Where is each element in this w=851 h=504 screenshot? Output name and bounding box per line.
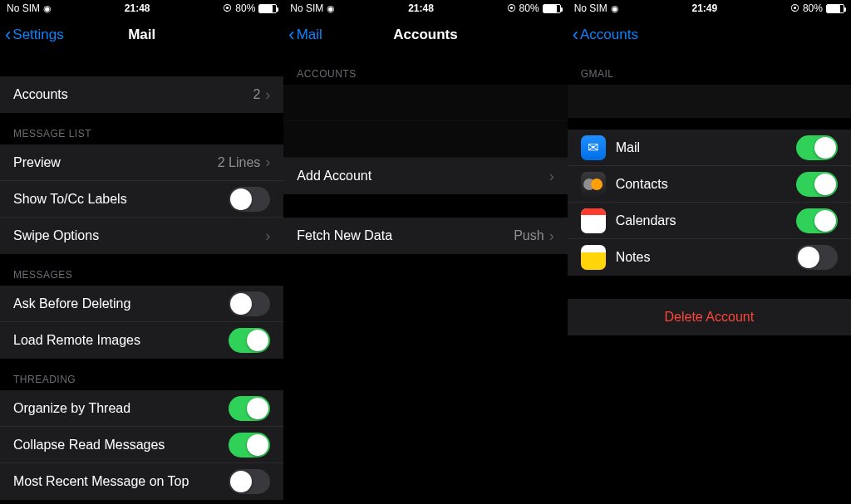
alarm-icon: ⦿ [223,3,232,13]
battery-percent: 80% [803,2,823,14]
row-label: Fetch New Data [297,228,514,243]
status-bar: No SIM ◉ 21:49 ⦿ 80% [568,0,851,17]
row-swipe-options[interactable]: Swipe Options › [0,218,283,254]
back-label: Settings [12,27,63,43]
section-header-accounts: ACCOUNTS [283,53,567,85]
page-title: Accounts [393,27,457,43]
toggle-calendars[interactable] [796,208,838,233]
screen-accounts: No SIM ◉ 21:48 ⦿ 80% ‹ Mail Accounts ACC… [283,0,567,504]
section-header-gmail: GMAIL [568,53,851,85]
row-notes-service[interactable]: Notes [568,239,851,276]
row-label: Most Recent Message on Top [13,474,229,489]
wifi-icon: ◉ [43,3,52,14]
row-load-remote-images[interactable]: Load Remote Images [0,322,283,359]
chevron-left-icon: ‹ [5,26,11,44]
row-preview[interactable]: Preview 2 Lines › [0,144,283,181]
delete-account-label: Delete Account [665,310,755,325]
row-value: Push [514,228,544,243]
alarm-icon: ⦿ [507,3,516,13]
row-label: Collapse Read Messages [13,438,229,453]
battery-icon [826,4,844,13]
row-label: Accounts [13,87,253,102]
row-value: 2 Lines [218,155,261,170]
screen-account-detail: No SIM ◉ 21:49 ⦿ 80% ‹ Accounts GMAIL ✉ … [568,0,851,504]
row-collapse-read[interactable]: Collapse Read Messages [0,427,283,463]
back-button[interactable]: ‹ Mail [288,26,322,44]
clock: 21:49 [691,2,717,14]
alarm-icon: ⦿ [790,3,799,13]
battery-icon [543,4,561,13]
row-label: Calendars [616,213,796,228]
toggle-ask-delete[interactable] [229,291,270,316]
row-label: Notes [616,250,796,265]
row-value: 2 [253,87,260,102]
battery-percent: 80% [235,2,255,14]
row-calendars-service[interactable]: Calendars [568,203,851,239]
row-accounts[interactable]: Accounts 2 › [0,76,283,113]
chevron-right-icon: › [265,228,270,245]
row-add-account[interactable]: Add Account › [283,158,567,194]
row-label: Load Remote Images [13,333,229,348]
row-label: Preview [13,155,218,170]
clock: 21:48 [125,2,150,14]
back-label: Mail [297,27,322,43]
row-label: Add Account [297,169,548,183]
nav-bar: ‹ Mail Accounts [283,17,567,53]
calendar-icon [581,208,606,233]
section-header-messages: MESSAGES [0,254,283,286]
toggle-recent-top[interactable] [229,469,270,494]
wifi-icon: ◉ [327,3,335,14]
nav-bar: ‹ Accounts [568,17,851,53]
chevron-right-icon: › [549,228,554,245]
row-show-tocc[interactable]: Show To/Cc Labels [0,181,283,218]
row-label: Contacts [616,177,796,192]
toggle-contacts[interactable] [796,172,838,197]
mail-icon: ✉ [581,135,606,160]
row-fetch-new-data[interactable]: Fetch New Data Push › [283,218,567,254]
row-recent-top[interactable]: Most Recent Message on Top [0,463,283,500]
nav-bar: ‹ Settings Mail [0,17,283,53]
chevron-right-icon: › [549,168,554,185]
carrier-label: No SIM [290,2,323,14]
status-bar: No SIM ◉ 21:48 ⦿ 80% [0,0,283,17]
row-label: Organize by Thread [13,401,229,416]
account-row-redacted[interactable] [283,85,567,121]
toggle-load-remote[interactable] [229,328,270,353]
toggle-collapse-read[interactable] [229,433,270,458]
clock: 21:48 [408,2,434,14]
account-email-redacted[interactable] [568,85,851,118]
row-ask-before-deleting[interactable]: Ask Before Deleting [0,286,283,322]
carrier-label: No SIM [574,2,608,14]
row-label: Ask Before Deleting [13,296,229,311]
back-button[interactable]: ‹ Accounts [573,26,638,44]
chevron-left-icon: ‹ [573,26,578,44]
account-row-redacted[interactable] [283,121,567,158]
screen-mail-settings: No SIM ◉ 21:48 ⦿ 80% ‹ Settings Mail Acc… [0,0,283,504]
row-label: Show To/Cc Labels [13,192,229,207]
row-label: Swipe Options [13,228,265,243]
chevron-right-icon: › [265,86,270,104]
chevron-right-icon: › [265,154,270,171]
row-mail-service[interactable]: ✉ Mail [568,130,851,166]
battery-percent: 80% [519,2,539,14]
toggle-show-tocc[interactable] [229,187,270,212]
row-organize-thread[interactable]: Organize by Thread [0,390,283,427]
wifi-icon: ◉ [611,3,619,14]
page-title: Mail [128,27,155,43]
back-label: Accounts [580,27,638,43]
battery-icon [258,4,277,13]
carrier-label: No SIM [7,2,40,14]
notes-icon [581,245,606,270]
toggle-mail[interactable] [796,135,838,160]
contacts-icon [581,172,606,197]
section-header-threading: THREADING [0,359,283,390]
row-contacts-service[interactable]: Contacts [568,166,851,203]
status-bar: No SIM ◉ 21:48 ⦿ 80% [283,0,567,17]
section-header-messagelist: MESSAGE LIST [0,113,283,144]
toggle-organize-thread[interactable] [229,396,270,421]
row-label: Mail [616,140,796,155]
back-button[interactable]: ‹ Settings [5,26,64,44]
chevron-left-icon: ‹ [288,26,294,44]
delete-account-button[interactable]: Delete Account [568,299,851,335]
toggle-notes[interactable] [796,245,838,270]
